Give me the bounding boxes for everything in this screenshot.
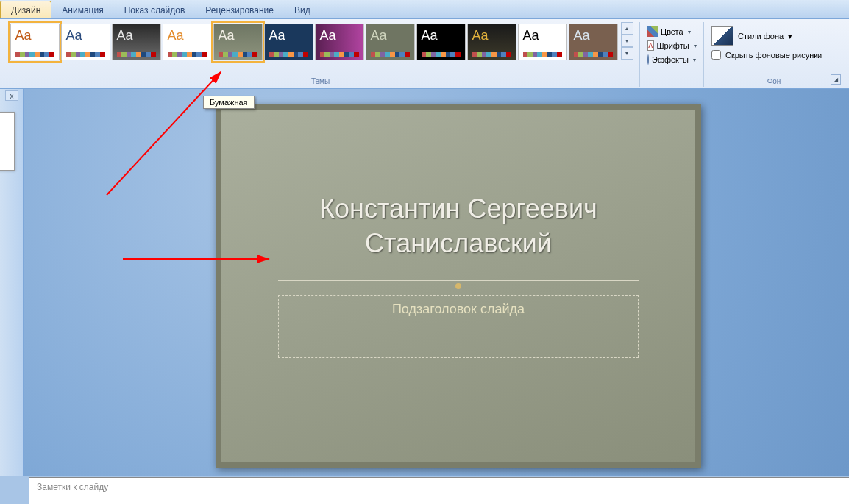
hide-background-label: Скрыть фоновые рисунки bbox=[725, 51, 822, 60]
colors-icon bbox=[647, 26, 658, 37]
theme-options-group: Цвета ▾ A Шрифты ▾ Эффекты ▾ bbox=[640, 22, 704, 87]
themes-scroll-up[interactable]: ▴ bbox=[621, 22, 633, 35]
theme-palette-icon bbox=[523, 52, 562, 57]
fonts-label: Шрифты bbox=[657, 41, 689, 50]
theme-thumbnail[interactable]: Aa bbox=[569, 24, 618, 60]
tab-slideshow[interactable]: Показ слайдов bbox=[114, 1, 196, 18]
theme-aa-icon: Aa bbox=[371, 29, 410, 42]
theme-palette-icon bbox=[371, 52, 410, 57]
hide-background-checkbox[interactable]: Скрыть фоновые рисунки bbox=[711, 50, 836, 60]
themes-more[interactable]: ▾ bbox=[621, 47, 633, 60]
theme-tooltip: Бумажная bbox=[203, 96, 255, 109]
background-group-label: Фон bbox=[704, 77, 844, 85]
themes-scroll-down[interactable]: ▾ bbox=[621, 35, 633, 47]
fonts-button[interactable]: A Шрифты ▾ bbox=[644, 39, 699, 52]
hide-background-input[interactable] bbox=[711, 50, 721, 60]
theme-aa-icon: Aa bbox=[117, 29, 156, 42]
tab-view[interactable]: Вид bbox=[284, 1, 321, 18]
tab-design[interactable]: Дизайн bbox=[0, 1, 51, 18]
workspace: x Константин Сергеевич Станиславский Под… bbox=[0, 89, 849, 476]
slide-title-line2: Станиславский bbox=[365, 228, 552, 258]
theme-aa-icon: Aa bbox=[168, 29, 207, 42]
tab-review[interactable]: Рецензирование bbox=[195, 1, 284, 18]
slide-title[interactable]: Константин Сергеевич Станиславский bbox=[216, 192, 701, 261]
colors-button[interactable]: Цвета ▾ bbox=[644, 25, 699, 38]
themes-group-label: Темы bbox=[1, 77, 639, 85]
theme-aa-icon: Aa bbox=[523, 29, 562, 42]
theme-thumbnail[interactable]: Aa bbox=[467, 24, 516, 60]
theme-palette-icon bbox=[472, 52, 511, 57]
theme-thumbnail[interactable]: Aa bbox=[112, 24, 161, 60]
theme-aa-icon: Aa bbox=[320, 29, 359, 42]
theme-thumbnail[interactable]: Aa bbox=[416, 24, 466, 60]
dropdown-caret-icon: ▾ bbox=[693, 57, 696, 63]
notes-pane[interactable]: Заметки к слайду bbox=[29, 477, 849, 504]
theme-aa-icon: Aa bbox=[269, 29, 308, 42]
effects-icon bbox=[647, 54, 649, 65]
dropdown-caret-icon: ▾ bbox=[694, 43, 697, 49]
dropdown-caret-icon: ▾ bbox=[688, 29, 691, 35]
theme-palette-icon bbox=[574, 52, 613, 57]
themes-group: AaAaAaAaAaAaAaAaAaAaAaAa ▴ ▾ ▾ Темы bbox=[1, 22, 640, 87]
theme-aa-icon: Aa bbox=[422, 29, 461, 42]
theme-thumbnail[interactable]: Aa bbox=[264, 24, 313, 60]
slide-subtitle[interactable]: Подзаголовок слайда bbox=[278, 295, 639, 358]
theme-palette-icon bbox=[422, 52, 461, 57]
theme-thumbnail[interactable]: Aa bbox=[213, 24, 263, 60]
ribbon: AaAaAaAaAaAaAaAaAaAaAaAa ▴ ▾ ▾ Темы Цвет… bbox=[0, 19, 849, 89]
slide[interactable]: Константин Сергеевич Станиславский Подза… bbox=[216, 104, 701, 468]
title-divider bbox=[278, 280, 639, 281]
theme-aa-icon: Aa bbox=[15, 29, 54, 42]
colors-label: Цвета bbox=[661, 27, 683, 36]
slide-thumbnail[interactable] bbox=[0, 112, 15, 171]
theme-palette-icon bbox=[168, 52, 207, 57]
theme-palette-icon bbox=[15, 52, 54, 57]
theme-thumbnail[interactable]: Aa bbox=[315, 24, 364, 60]
theme-palette-icon bbox=[269, 52, 308, 57]
pane-close-button[interactable]: x bbox=[5, 90, 18, 101]
thumb-list bbox=[0, 112, 15, 200]
theme-palette-icon bbox=[219, 52, 257, 57]
theme-palette-icon bbox=[320, 52, 359, 57]
background-styles-button[interactable]: Стили фона ▾ bbox=[711, 26, 836, 46]
title-ornament-icon bbox=[455, 283, 461, 289]
theme-thumbnail[interactable]: Aa bbox=[10, 24, 60, 60]
theme-aa-icon: Aa bbox=[574, 29, 613, 42]
background-swatch-icon bbox=[711, 26, 733, 46]
fonts-icon: A bbox=[647, 40, 654, 51]
theme-thumbnail[interactable]: Aa bbox=[61, 24, 110, 60]
theme-thumbnail[interactable]: Aa bbox=[163, 24, 212, 60]
slide-subtitle-text: Подзаголовок слайда bbox=[392, 302, 525, 316]
theme-thumbnail[interactable]: Aa bbox=[366, 24, 415, 60]
slide-title-line1: Константин Сергеевич bbox=[319, 194, 597, 224]
theme-aa-icon: Aa bbox=[219, 29, 257, 42]
ribbon-tabs: Дизайн Анимация Показ слайдов Рецензиров… bbox=[0, 0, 849, 19]
slide-canvas-area[interactable]: Константин Сергеевич Станиславский Подза… bbox=[24, 89, 849, 476]
theme-aa-icon: Aa bbox=[66, 29, 105, 42]
theme-palette-icon bbox=[117, 52, 156, 57]
theme-aa-icon: Aa bbox=[472, 29, 511, 42]
theme-palette-icon bbox=[66, 52, 105, 57]
themes-scroll: ▴ ▾ ▾ bbox=[621, 22, 633, 60]
tab-animation[interactable]: Анимация bbox=[51, 1, 113, 18]
theme-thumbnail[interactable]: Aa bbox=[518, 24, 567, 60]
background-group: Стили фона ▾ Скрыть фоновые рисунки Фон … bbox=[704, 22, 844, 87]
background-styles-label: Стили фона bbox=[738, 32, 784, 40]
background-dialog-launcher[interactable]: ◢ bbox=[831, 74, 841, 85]
effects-button[interactable]: Эффекты ▾ bbox=[644, 53, 699, 66]
themes-strip: AaAaAaAaAaAaAaAaAaAaAaAa bbox=[8, 22, 620, 62]
dropdown-caret-icon: ▾ bbox=[788, 32, 792, 41]
effects-label: Эффекты bbox=[652, 55, 689, 64]
